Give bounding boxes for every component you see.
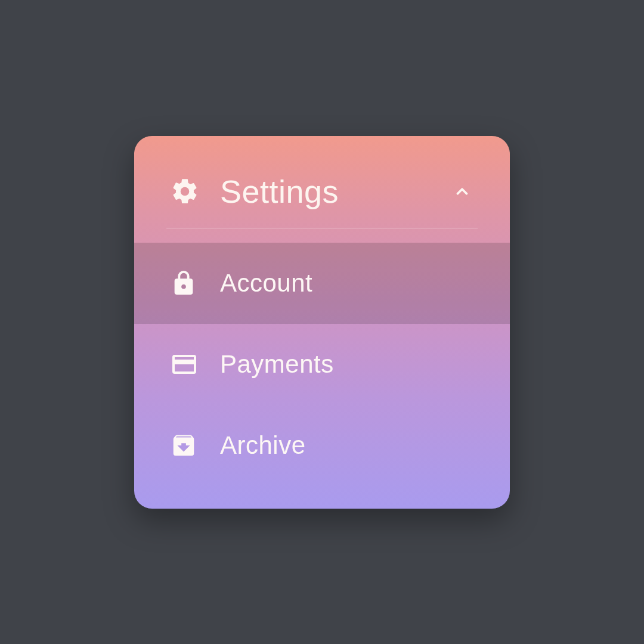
menu-item-archive[interactable]: Archive — [134, 405, 510, 486]
menu-item-account[interactable]: Account — [134, 243, 510, 324]
card-icon — [170, 350, 203, 379]
gear-icon — [170, 177, 203, 206]
lock-icon — [170, 270, 203, 297]
menu-item-label: Account — [203, 269, 474, 298]
divider — [166, 228, 478, 228]
menu-item-payments[interactable]: Payments — [134, 324, 510, 405]
menu-header-settings[interactable]: Settings — [134, 159, 510, 228]
menu-item-label: Archive — [203, 431, 474, 460]
settings-menu-card: Settings Account Payments Archi — [134, 136, 510, 509]
menu-item-label: Payments — [203, 350, 474, 379]
menu-header-label: Settings — [203, 173, 450, 210]
archive-icon — [170, 432, 203, 459]
chevron-up-icon — [450, 182, 474, 200]
